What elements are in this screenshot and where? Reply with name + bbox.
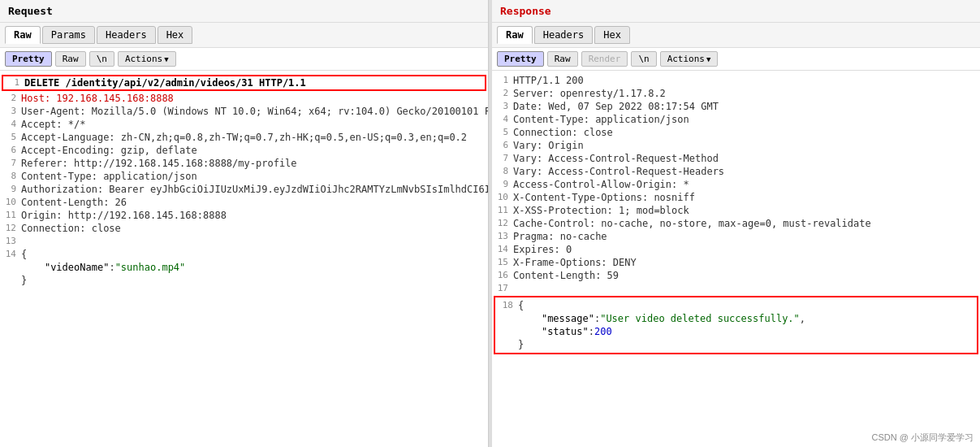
response-format-bar: Pretty Raw Render \n Actions ▼: [492, 48, 980, 71]
response-line-11: 11 X-XSS-Protection: 1; mod=block: [492, 204, 980, 217]
response-tab-bar: Raw Headers Hex: [492, 23, 980, 48]
response-line-13: 13 Pragma: no-cache: [492, 230, 980, 243]
response-pretty-btn[interactable]: Pretty: [497, 51, 544, 67]
request-line-7: 7 Referer: http://192.168.145.168:8888/m…: [0, 157, 488, 170]
response-json-highlight-box: 18 { "message":"User video deleted succe…: [494, 296, 978, 354]
request-actions-chevron-icon: ▼: [164, 55, 168, 63]
request-format-bar: Pretty Raw \n Actions ▼: [0, 48, 488, 71]
request-newline-btn[interactable]: \n: [89, 51, 114, 67]
response-line-8: 8 Vary: Access-Control-Request-Headers: [492, 165, 980, 178]
request-line-16: }: [0, 274, 488, 287]
response-actions-chevron-icon: ▼: [706, 55, 710, 63]
response-line-18: 18 {: [497, 299, 975, 312]
tab-request-params[interactable]: Params: [42, 26, 95, 44]
response-line-21: }: [497, 338, 975, 351]
response-line-10: 10 X-Content-Type-Options: nosniff: [492, 191, 980, 204]
tab-response-raw[interactable]: Raw: [497, 26, 533, 44]
watermark: CSDN @ 小源同学爱学习: [872, 432, 974, 444]
request-panel: Request Raw Params Headers Hex Pretty Ra…: [0, 0, 489, 447]
response-line-15: 15 X-Frame-Options: DENY: [492, 256, 980, 269]
request-line-9: 9 Authorization: Bearer eyJhbGciOiJIUzUx…: [0, 183, 488, 196]
request-line-12: 12 Connection: close: [0, 222, 488, 235]
request-content: 1 DELETE /identity/api/v2/admin/videos/3…: [0, 71, 488, 447]
response-line-9: 9 Access-Control-Allow-Origin: *: [492, 178, 980, 191]
response-line-6: 6 Vary: Origin: [492, 139, 980, 152]
response-render-btn: Render: [581, 51, 628, 67]
response-newline-btn[interactable]: \n: [631, 51, 656, 67]
response-actions-btn[interactable]: Actions ▼: [660, 51, 719, 67]
tab-request-headers[interactable]: Headers: [97, 26, 156, 44]
response-line-3: 3 Date: Wed, 07 Sep 2022 08:17:54 GMT: [492, 100, 980, 113]
request-line-3: 3 User-Agent: Mozilla/5.0 (Windows NT 10…: [0, 105, 488, 118]
response-title: Response: [492, 0, 980, 23]
response-line-2: 2 Server: openresty/1.17.8.2: [492, 87, 980, 100]
request-line-6: 6 Accept-Encoding: gzip, deflate: [0, 144, 488, 157]
response-content: 1 HTTP/1.1 200 2 Server: openresty/1.17.…: [492, 71, 980, 447]
response-line-16: 16 Content-Length: 59: [492, 269, 980, 282]
request-line-10: 10 Content-Length: 26: [0, 196, 488, 209]
request-line-1: 1 DELETE /identity/api/v2/admin/videos/3…: [2, 75, 486, 91]
request-line-14: 14 {: [0, 248, 488, 261]
tab-request-hex[interactable]: Hex: [158, 26, 193, 44]
request-line-5: 5 Accept-Language: zh-CN,zh;q=0.8,zh-TW;…: [0, 131, 488, 144]
response-line-5: 5 Connection: close: [492, 126, 980, 139]
request-line-2: 2 Host: 192.168.145.168:8888: [0, 92, 488, 105]
tab-response-hex[interactable]: Hex: [594, 26, 630, 44]
response-line-20: "status":200: [497, 325, 975, 338]
response-line-14: 14 Expires: 0: [492, 243, 980, 256]
response-line-1: 1 HTTP/1.1 200: [492, 74, 980, 87]
response-line-4: 4 Content-Type: application/json: [492, 113, 980, 126]
response-line-17: 17: [492, 282, 980, 295]
response-line-12: 12 Cache-Control: no-cache, no-store, ma…: [492, 217, 980, 230]
response-raw-btn[interactable]: Raw: [547, 51, 578, 67]
response-line-19: "message":"User video deleted successful…: [497, 312, 975, 325]
request-line-11: 11 Origin: http://192.168.145.168:8888: [0, 209, 488, 222]
request-raw-btn[interactable]: Raw: [55, 51, 86, 67]
request-line-13: 13: [0, 235, 488, 248]
request-line-8: 8 Content-Type: application/json: [0, 170, 488, 183]
request-pretty-btn[interactable]: Pretty: [5, 51, 52, 67]
request-line-15: "videoName":"sunhao.mp4": [0, 261, 488, 274]
request-actions-btn[interactable]: Actions ▼: [118, 51, 176, 67]
tab-response-headers[interactable]: Headers: [534, 26, 594, 44]
request-line-4: 4 Accept: */*: [0, 118, 488, 131]
request-title: Request: [0, 0, 488, 23]
response-actions-label: Actions: [667, 54, 705, 64]
response-line-7: 7 Vary: Access-Control-Request-Method: [492, 152, 980, 165]
tab-request-raw[interactable]: Raw: [5, 26, 41, 44]
request-actions-label: Actions: [125, 54, 162, 64]
response-panel: Response Raw Headers Hex Pretty Raw Rend…: [492, 0, 980, 447]
request-tab-bar: Raw Params Headers Hex: [0, 23, 488, 48]
